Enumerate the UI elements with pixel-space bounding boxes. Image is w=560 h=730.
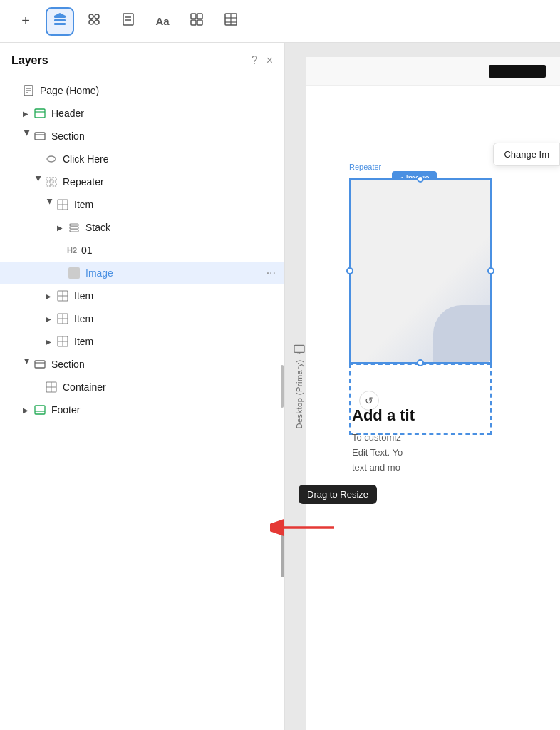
drag-resize-handle[interactable] <box>279 43 285 730</box>
item3-icon <box>56 312 70 326</box>
stack-label: Stack <box>85 222 279 233</box>
section2-arrow: ▶ <box>20 359 31 370</box>
page-label: Page (Home) <box>40 85 279 96</box>
container-icon <box>44 380 58 394</box>
text-button[interactable]: Aa <box>148 7 177 36</box>
plus-icon: + <box>21 13 30 29</box>
repeater-label: Repeater <box>63 176 279 187</box>
handle-left <box>346 267 353 274</box>
item1-icon <box>56 197 70 212</box>
item1-label: Item <box>74 199 279 210</box>
layer-item-item3[interactable]: ▶ Item <box>0 307 284 330</box>
layer-item-item1[interactable]: ▶ Item <box>0 193 284 216</box>
layer-item-footer[interactable]: ▶ Footer <box>0 399 284 421</box>
clickhere-label: Click Here <box>63 153 279 165</box>
pages-icon <box>120 11 136 31</box>
section2-label: Section <box>51 359 279 370</box>
layer-tree: Page (Home) ▶ Header ▶ <box>0 73 284 730</box>
svg-rect-34 <box>52 182 56 186</box>
header-label: Header <box>51 108 279 119</box>
monitor-icon <box>294 344 305 355</box>
preview-body3: text and mo <box>352 461 553 475</box>
item2-label: Item <box>74 290 279 302</box>
page-preview: Change Im Repeater Image ↺ <box>306 57 560 730</box>
item4-arrow: ▶ <box>43 336 54 347</box>
svg-rect-31 <box>46 178 51 181</box>
add-button[interactable]: + <box>11 7 40 36</box>
footer-icon <box>33 403 47 417</box>
image-label: Image <box>85 267 264 279</box>
svg-rect-32 <box>52 178 56 181</box>
svg-rect-2 <box>54 23 66 25</box>
svg-rect-15 <box>197 14 202 19</box>
handle-top <box>417 175 424 182</box>
item4-icon <box>56 334 70 349</box>
layer-item-header[interactable]: ▶ Header <box>0 102 284 125</box>
preview-text-area: Add a tit To customiz Edit Text. Yo text… <box>352 406 553 475</box>
svg-point-30 <box>47 156 56 162</box>
svg-rect-50 <box>35 361 45 368</box>
help-icon[interactable]: ? <box>252 54 258 67</box>
table-button[interactable] <box>217 7 245 36</box>
layer-item-item4[interactable]: ▶ Item <box>0 330 284 353</box>
stack-arrow: ▶ <box>54 222 66 233</box>
apps-button[interactable] <box>182 7 211 36</box>
svg-rect-58 <box>294 345 304 352</box>
h2-label: 01 <box>81 245 279 256</box>
svg-rect-1 <box>54 19 66 21</box>
svg-rect-55 <box>35 406 45 414</box>
drag-handle-line <box>281 365 284 408</box>
preview-body1: To customiz <box>352 431 553 446</box>
selection-box <box>349 178 492 364</box>
change-image-label: Change Im <box>504 149 549 160</box>
pages-button[interactable] <box>114 7 142 36</box>
text-icon: Aa <box>155 15 169 27</box>
preview-body2: Edit Text. Yo <box>352 446 553 461</box>
section1-label: Section <box>51 130 279 142</box>
image-more-icon[interactable]: ··· <box>264 267 279 279</box>
layers-button[interactable] <box>46 7 74 36</box>
desktop-label-container: Desktop (Primary) <box>294 344 305 428</box>
layer-item-section2[interactable]: ▶ Section <box>0 353 284 376</box>
preview-title-text: Add a tit <box>352 406 415 424</box>
layer-item-clickhere[interactable]: Click Here <box>0 148 284 170</box>
svg-rect-38 <box>70 224 78 226</box>
layer-item-page[interactable]: Page (Home) <box>0 79 284 102</box>
layer-item-stack[interactable]: ▶ Stack <box>0 216 284 239</box>
repeater-icon <box>44 175 58 189</box>
components-icon <box>86 11 102 31</box>
layer-item-item2[interactable]: ▶ Item <box>0 284 284 307</box>
svg-rect-17 <box>197 20 202 25</box>
item1-arrow: ▶ <box>43 199 54 210</box>
layer-item-section1[interactable]: ▶ Section <box>0 125 284 148</box>
header-arrow: ▶ <box>20 108 31 119</box>
change-image-button[interactable]: Change Im <box>493 143 560 166</box>
toolbar: + <box>0 0 560 43</box>
layer-item-container[interactable]: Container <box>0 376 284 399</box>
desktop-primary-label: Desktop (Primary) <box>295 359 304 428</box>
item2-arrow: ▶ <box>43 290 54 302</box>
h2-badge: H2 <box>67 246 77 255</box>
close-icon[interactable]: × <box>266 54 273 67</box>
layer-item-repeater[interactable]: ▶ Repeater <box>0 170 284 193</box>
svg-rect-40 <box>70 230 78 232</box>
preview-title: Add a tit <box>352 406 553 425</box>
layers-panel: Layers ? × Page (Home) <box>0 43 285 730</box>
svg-rect-11 <box>123 14 133 25</box>
svg-point-6 <box>95 20 99 24</box>
svg-rect-26 <box>35 109 45 118</box>
handle-right <box>487 267 494 274</box>
layers-title: Layers <box>11 54 48 67</box>
item3-label: Item <box>74 313 279 324</box>
canvas-area[interactable]: Desktop (Primary) Change Im Repeater Ima… <box>285 43 560 730</box>
components-button[interactable] <box>80 7 108 36</box>
svg-rect-16 <box>191 20 196 25</box>
item4-label: Item <box>74 336 279 347</box>
svg-rect-39 <box>70 227 78 229</box>
layer-item-h2[interactable]: H2 01 <box>0 239 284 262</box>
table-icon <box>223 11 239 31</box>
item3-arrow: ▶ <box>43 313 54 324</box>
layers-header: Layers ? × <box>0 43 284 73</box>
layer-item-image[interactable]: Image ··· <box>0 262 284 284</box>
svg-rect-33 <box>46 182 51 186</box>
